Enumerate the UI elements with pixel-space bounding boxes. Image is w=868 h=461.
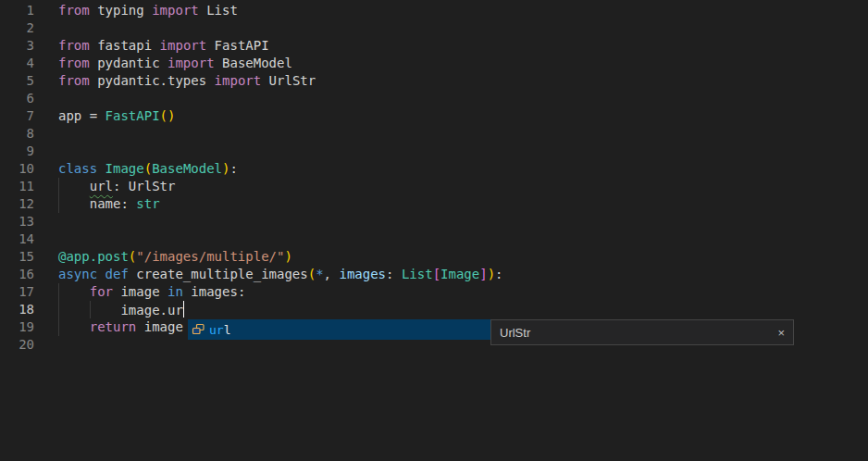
code-text: [34, 125, 58, 143]
code-line[interactable]: 10class Image(BaseModel):: [0, 160, 868, 178]
code-line[interactable]: 3from fastapi import FastAPI: [0, 37, 868, 55]
code-text: [34, 19, 58, 37]
indent-guide: [90, 301, 91, 318]
suggestion-match-text: ur: [209, 323, 224, 337]
line-number: 14: [0, 230, 34, 248]
code-line[interactable]: 9: [0, 143, 868, 160]
field-icon: [191, 322, 205, 337]
indent-guide: [58, 318, 59, 336]
suggestion-detail-text: UrlStr: [500, 324, 530, 342]
code-text: from fastapi import FastAPI: [34, 37, 269, 55]
indent-guide: [58, 178, 59, 195]
code-text: app = FastAPI(): [34, 107, 175, 125]
code-text: @app.post("/images/multiple/"): [34, 248, 292, 266]
suggestion-detail-panel: UrlStr ×: [490, 319, 794, 345]
line-number: 1: [0, 2, 34, 19]
line-number: 9: [0, 143, 34, 160]
line-number: 2: [0, 19, 34, 37]
code-lines: 1from typing import List23from fastapi i…: [0, 0, 868, 354]
suggestion-item-url[interactable]: url: [209, 321, 230, 339]
line-number: 13: [0, 213, 34, 230]
code-line[interactable]: 4from pydantic import BaseModel: [0, 55, 868, 72]
code-line[interactable]: 17 for image in images:: [0, 283, 868, 301]
autocomplete-popup: url: [188, 319, 490, 340]
code-text: [34, 143, 58, 160]
code-line[interactable]: 7app = FastAPI(): [0, 107, 868, 125]
suggestion-rest-text: l: [224, 323, 231, 337]
text-cursor: [183, 301, 185, 318]
code-text: async def create_multiple_images(*, imag…: [34, 266, 503, 283]
line-number: 11: [0, 178, 34, 195]
line-number: 10: [0, 160, 34, 178]
line-number: 12: [0, 195, 34, 213]
close-icon[interactable]: ×: [777, 327, 785, 339]
line-number: 8: [0, 125, 34, 143]
line-number: 18: [0, 301, 34, 318]
indent-guide: [58, 195, 59, 213]
code-text: [34, 213, 58, 230]
line-number: 15: [0, 248, 34, 266]
line-number: 17: [0, 283, 34, 301]
line-number: 7: [0, 107, 34, 125]
code-line[interactable]: 18 image.ur: [0, 301, 868, 318]
code-line[interactable]: 13: [0, 213, 868, 230]
code-line[interactable]: 2: [0, 19, 868, 37]
code-text: url: UrlStr: [34, 178, 175, 195]
code-text: name: str: [34, 195, 160, 213]
code-line[interactable]: 12 name: str: [0, 195, 868, 213]
code-text: [34, 90, 58, 107]
code-line[interactable]: 11 url: UrlStr: [0, 178, 868, 195]
line-number: 5: [0, 72, 34, 90]
code-text: from pydantic import BaseModel: [34, 55, 292, 72]
code-line[interactable]: 5from pydantic.types import UrlStr: [0, 72, 868, 90]
code-line[interactable]: 14: [0, 230, 868, 248]
indent-guide: [58, 301, 59, 318]
code-line[interactable]: 15@app.post("/images/multiple/"): [0, 248, 868, 266]
code-text: class Image(BaseModel):: [34, 160, 238, 178]
line-number: 19: [0, 318, 34, 336]
code-line[interactable]: 6: [0, 90, 868, 107]
line-number: 16: [0, 266, 34, 283]
line-number: 6: [0, 90, 34, 107]
indent-guide: [58, 283, 59, 301]
code-line[interactable]: 1from typing import List: [0, 2, 868, 19]
line-number: 3: [0, 37, 34, 55]
line-number: 4: [0, 55, 34, 72]
code-text: from typing import List: [34, 2, 238, 19]
code-text: image.ur: [34, 301, 184, 318]
line-number: 20: [0, 336, 34, 354]
code-text: [34, 336, 58, 354]
code-text: from pydantic.types import UrlStr: [34, 72, 316, 90]
code-text: for image in images:: [34, 283, 245, 301]
code-line[interactable]: 8: [0, 125, 868, 143]
code-editor[interactable]: 1from typing import List23from fastapi i…: [0, 0, 868, 461]
code-line[interactable]: 16async def create_multiple_images(*, im…: [0, 266, 868, 283]
code-text: return image: [34, 318, 183, 336]
code-text: [34, 230, 58, 248]
